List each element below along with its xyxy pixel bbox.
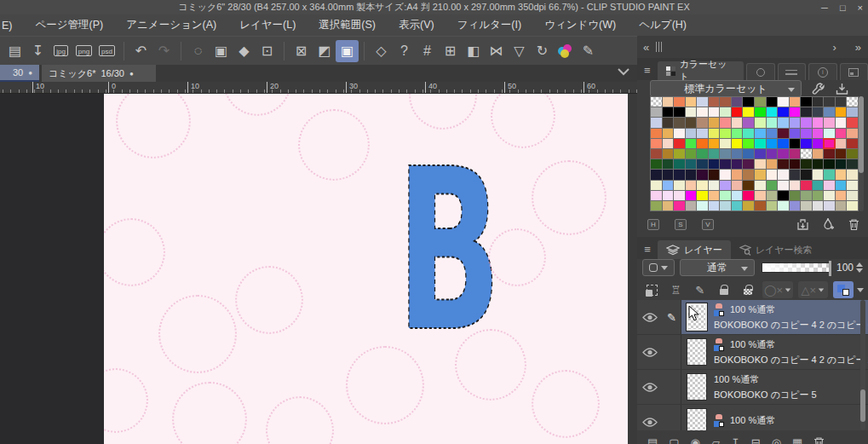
color-swatch[interactable] — [709, 159, 720, 169]
color-swatch[interactable] — [790, 191, 801, 200]
menu-item-8[interactable]: ヘルプ(H) — [639, 18, 687, 32]
color-swatch[interactable] — [686, 170, 697, 179]
color-swatch[interactable] — [847, 129, 858, 138]
color-swatch[interactable] — [663, 159, 674, 169]
color-swatch[interactable] — [674, 159, 685, 169]
layer-row-0[interactable]: ✎100 %通常BOKOBOKO のコピー 4 2 のコピー 6 — [637, 300, 868, 335]
color-swatch[interactable] — [720, 149, 731, 159]
color-swatch[interactable] — [720, 170, 731, 179]
color-swatch[interactable] — [743, 129, 754, 138]
color-swatch[interactable] — [743, 97, 754, 107]
new-paper-layer-button[interactable]: ◉ — [691, 430, 700, 444]
color-swatch[interactable] — [813, 149, 824, 159]
color-swatch[interactable] — [778, 107, 789, 117]
sort-saturation-button[interactable]: S — [675, 219, 687, 230]
clip-to-layer-below-button[interactable] — [642, 281, 661, 298]
color-swatch[interactable] — [663, 139, 674, 148]
export-psd-button[interactable]: psd — [95, 40, 118, 62]
color-swatch[interactable] — [767, 107, 778, 117]
color-swatch[interactable] — [720, 97, 731, 107]
color-swatch[interactable] — [697, 97, 708, 107]
color-swatch[interactable] — [824, 149, 835, 159]
color-swatch[interactable] — [720, 118, 731, 127]
color-swatch[interactable] — [847, 181, 858, 190]
tab-layer[interactable]: レイヤー — [658, 240, 731, 259]
color-swatch[interactable] — [709, 181, 720, 190]
color-swatch[interactable] — [847, 97, 858, 107]
opacity-slider-handle[interactable] — [829, 261, 831, 276]
color-swatch[interactable] — [813, 97, 824, 107]
color-swatch[interactable] — [674, 139, 685, 148]
color-swatch[interactable] — [686, 149, 697, 159]
color-swatch[interactable] — [732, 97, 743, 107]
color-swatch[interactable] — [767, 97, 778, 107]
color-swatch[interactable] — [767, 181, 778, 190]
panel-next-icon[interactable]: › — [832, 41, 836, 54]
color-swatch[interactable] — [801, 107, 812, 117]
color-swatch[interactable] — [801, 97, 812, 107]
color-swatch[interactable] — [743, 159, 754, 169]
layer-row-3[interactable]: 100 %通常 — [637, 405, 868, 430]
color-swatch[interactable] — [697, 118, 708, 127]
color-swatch[interactable] — [836, 107, 847, 117]
color-swatch[interactable] — [824, 201, 835, 210]
menu-item-5[interactable]: 表示(V) — [399, 18, 434, 32]
canvas-tab-comic6[interactable]: コミック6* 16/30 ● — [42, 65, 156, 82]
color-swatch[interactable] — [651, 201, 662, 210]
color-swatch[interactable] — [697, 159, 708, 169]
color-swatch[interactable] — [709, 118, 720, 127]
color-swatch[interactable] — [767, 129, 778, 138]
color-swatch[interactable] — [790, 201, 801, 210]
color-swatch[interactable] — [651, 107, 662, 117]
delete-layer-button[interactable] — [813, 430, 825, 444]
color-swatch[interactable] — [778, 149, 789, 159]
color-swatch[interactable] — [824, 170, 835, 179]
color-swatch[interactable] — [686, 107, 697, 117]
color-swatch[interactable] — [709, 139, 720, 148]
reset-rotation-button[interactable]: ↻ — [531, 40, 554, 62]
color-swatch[interactable] — [651, 191, 662, 200]
color-swatch[interactable] — [755, 129, 766, 138]
color-swatch[interactable] — [836, 139, 847, 148]
color-swatch[interactable] — [755, 159, 766, 169]
color-swatch[interactable] — [732, 149, 743, 159]
color-swatch[interactable] — [790, 97, 801, 107]
tab-color-wheel[interactable] — [746, 63, 774, 80]
color-swatch[interactable] — [824, 159, 835, 169]
color-swatch[interactable] — [778, 129, 789, 138]
layer-color-chevron-icon[interactable] — [857, 288, 864, 292]
color-swatch[interactable] — [847, 191, 858, 200]
reselect-button[interactable]: ▣ — [210, 40, 233, 62]
merge-with-lower-layer-button[interactable]: ⊟ — [751, 430, 761, 444]
color-swatch[interactable] — [824, 129, 835, 138]
minimize-button[interactable]: ─ — [821, 3, 828, 13]
color-swatch[interactable] — [674, 170, 685, 179]
menu-item-0[interactable]: E) — [2, 20, 13, 32]
color-swatch[interactable] — [755, 181, 766, 190]
color-swatch[interactable] — [790, 181, 801, 190]
layer-list-scrollbar[interactable] — [860, 300, 865, 430]
color-swatch[interactable] — [847, 201, 858, 210]
color-swatch[interactable] — [697, 149, 708, 159]
hide-selection-border-button[interactable]: ⊠ — [290, 40, 313, 62]
color-swatch[interactable] — [767, 139, 778, 148]
color-swatch[interactable] — [732, 181, 743, 190]
maximize-button[interactable]: □ — [840, 3, 846, 13]
color-swatch[interactable] — [790, 118, 801, 127]
color-swatch[interactable] — [674, 201, 685, 210]
redo-button[interactable]: ↷ — [152, 40, 175, 62]
layer-thumbnail[interactable] — [687, 338, 707, 366]
color-swatch[interactable] — [651, 149, 662, 159]
menu-item-6[interactable]: フィルター(I) — [457, 18, 521, 32]
color-swatch[interactable] — [767, 191, 778, 200]
color-swatch[interactable] — [732, 191, 743, 200]
color-swatch[interactable] — [732, 159, 743, 169]
color-swatch[interactable] — [813, 139, 824, 148]
collapse-panel-icon[interactable]: « — [643, 41, 649, 54]
layer-row-content[interactable]: 100 %通常BOKOBOKO のコピー 5 — [681, 370, 868, 404]
color-swatch[interactable] — [790, 170, 801, 179]
open-file-button[interactable]: ▤ — [3, 40, 26, 62]
color-swatch[interactable] — [732, 139, 743, 148]
color-swatch[interactable] — [743, 191, 754, 200]
color-swatch[interactable] — [651, 118, 662, 127]
